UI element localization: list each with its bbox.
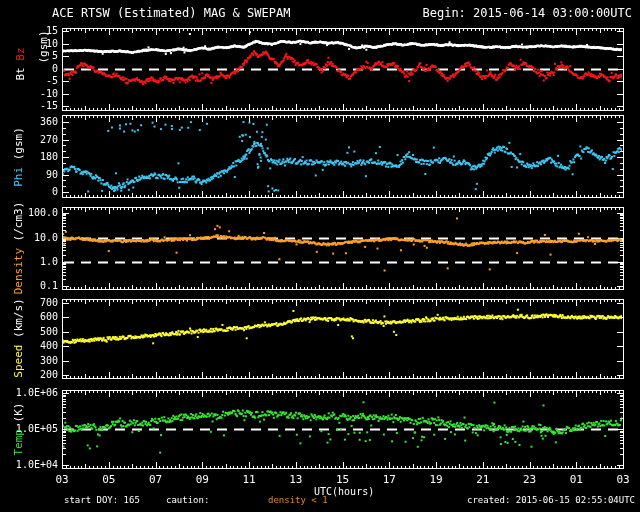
begin-timestamp: Begin: 2015-06-14 03:00:00UTC [422, 6, 632, 20]
ace-rtsw-plot: ACE RTSW (Estimated) MAG & SWEPAM Begin:… [0, 0, 640, 512]
yaxis-unit-mag: (gsm) [37, 30, 50, 63]
yaxis-label-speed: Speed (km/s) [12, 298, 25, 377]
temp-unit-label: (K) [12, 403, 25, 430]
bt-label: Bt [14, 61, 27, 81]
density-unit-label: (/cm3) [12, 202, 25, 248]
phi-unit-label: (gsm) [12, 127, 25, 167]
yaxis-label-density: Density (/cm3) [12, 202, 25, 295]
created-timestamp: created: 2015-06-15 02:55:04UTC [467, 495, 635, 505]
speed-label: Speed [12, 345, 25, 378]
phi-label: Phi [12, 167, 25, 187]
temp-label: Temp [12, 429, 25, 456]
speed-unit-label: (km/s) [12, 298, 25, 344]
yaxis-label-bt-bz: Bt Bz [14, 47, 27, 80]
plot-canvas [0, 0, 640, 512]
density-label: Density [12, 248, 25, 294]
caution-label: caution: [166, 495, 209, 505]
start-doy-label: start DOY: 165 [64, 495, 140, 505]
bz-label: Bz [14, 47, 27, 60]
plot-title: ACE RTSW (Estimated) MAG & SWEPAM [52, 6, 290, 20]
yaxis-label-temp: Temp (K) [12, 403, 25, 456]
yaxis-label-phi: Phi (gsm) [12, 127, 25, 187]
caution-density-value: density < 1 [268, 495, 328, 505]
